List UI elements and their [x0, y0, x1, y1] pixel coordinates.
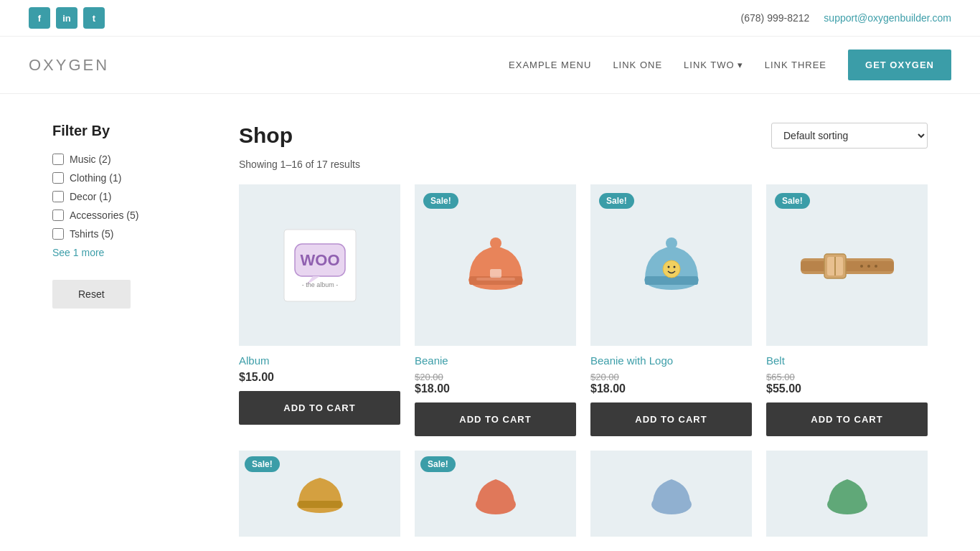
product-card-beanie: Sale! Beanie [415, 184, 576, 436]
nav-link-two-dropdown[interactable]: LINK TWO ▾ [684, 60, 743, 70]
filter-accessories-label[interactable]: Accessories (5) [70, 209, 138, 221]
product-price-album: $15.00 [239, 371, 400, 384]
top-bar: f in t (678) 999-8212 support@oxygenbuil… [0, 0, 980, 37]
cap-illustration [291, 465, 349, 522]
filter-accessories: Accessories (5) [52, 209, 210, 221]
product-card-belt: Sale! Belt [766, 184, 928, 436]
sale-badge-beanie: Sale! [423, 193, 458, 209]
svg-point-23 [875, 265, 877, 268]
product-image-bottom-2[interactable]: Sale! [415, 451, 576, 537]
product-image-beanie-logo[interactable]: Sale! [590, 184, 752, 346]
product-name-beanie-logo[interactable]: Beanie with Logo [590, 354, 752, 367]
svg-text:- the album -: - the album - [301, 281, 338, 288]
get-oxygen-button[interactable]: GET OXYGEN [848, 50, 951, 80]
shop-content: Shop Default sorting Sort by popularity … [239, 123, 928, 537]
product-card-bottom-4 [766, 451, 928, 537]
sale-badge-bottom-2: Sale! [420, 456, 456, 472]
nav-link-one[interactable]: LINK ONE [613, 60, 662, 70]
contact-info: (678) 999-8212 support@oxygenbuilder.com [741, 12, 951, 24]
svg-point-14 [673, 265, 675, 268]
product-image-bottom-1[interactable]: Sale! [239, 451, 400, 537]
album-illustration: WOO - the album - [277, 222, 363, 309]
header: OXYGEN EXAMPLE MENU LINK ONE LINK TWO ▾ … [0, 37, 980, 94]
twitter-icon[interactable]: t [83, 7, 105, 29]
phone-number: (678) 999-8212 [741, 12, 810, 24]
filter-clothing-label[interactable]: Clothing (1) [70, 172, 121, 184]
product-grid-bottom: Sale! Sale! [239, 451, 928, 537]
see-more-link[interactable]: See 1 more [52, 247, 210, 258]
svg-point-15 [666, 237, 677, 249]
sale-badge-bottom-1: Sale! [245, 456, 280, 472]
svg-rect-25 [298, 501, 341, 508]
nav-link-three[interactable]: LINK THREE [765, 60, 826, 70]
reset-button[interactable]: Reset [52, 280, 131, 309]
svg-rect-17 [801, 261, 894, 271]
svg-point-22 [867, 265, 870, 268]
filter-tshirts-label[interactable]: Tshirts (5) [70, 228, 113, 240]
product-image-album[interactable]: WOO - the album - [239, 184, 400, 346]
product-original-price-beanie: $20.00 [415, 372, 443, 382]
filter-clothing-checkbox[interactable] [52, 172, 64, 184]
svg-text:WOO: WOO [300, 251, 339, 269]
product-original-price-belt: $65.00 [766, 372, 795, 382]
instagram-icon[interactable]: in [56, 7, 77, 29]
product-sale-price-belt: $55.00 [766, 382, 801, 395]
filter-music-checkbox[interactable] [52, 154, 64, 165]
svg-point-21 [860, 265, 863, 268]
filter-music: Music (2) [52, 154, 210, 165]
svg-rect-7 [476, 278, 515, 281]
sidebar: Filter By Music (2) Clothing (1) Decor (… [52, 123, 210, 537]
beanie-logo-illustration [632, 226, 711, 305]
sale-badge-beanie-logo: Sale! [599, 193, 634, 209]
add-to-cart-beanie[interactable]: ADD TO CART [415, 402, 576, 436]
product-name-beanie[interactable]: Beanie [415, 354, 576, 367]
filter-tshirts: Tshirts (5) [52, 228, 210, 240]
svg-point-12 [663, 260, 680, 278]
email-link[interactable]: support@oxygenbuilder.com [824, 12, 951, 24]
product-name-album[interactable]: Album [239, 354, 400, 367]
product-regular-price-album: $15.00 [239, 371, 274, 383]
sort-select[interactable]: Default sorting Sort by popularity Sort … [771, 123, 928, 149]
filter-decor: Decor (1) [52, 191, 210, 202]
svg-point-9 [490, 237, 501, 249]
product-price-beanie-logo: $20.00 $18.00 [590, 371, 752, 395]
hoodie3-illustration [819, 465, 876, 522]
product-sale-price-beanie-logo: $18.00 [590, 382, 626, 395]
product-image-bottom-4[interactable] [766, 451, 928, 537]
social-icons: f in t [29, 7, 105, 29]
product-price-beanie: $20.00 $18.00 [415, 371, 576, 395]
hoodie2-illustration [643, 465, 700, 522]
belt-illustration [797, 237, 897, 294]
product-original-price-beanie-logo: $20.00 [590, 372, 619, 382]
product-card-bottom-3 [590, 451, 752, 537]
hoodie-illustration [467, 465, 524, 522]
product-card-bottom-2: Sale! [415, 451, 576, 537]
filter-decor-label[interactable]: Decor (1) [70, 191, 111, 202]
shop-header: Shop Default sorting Sort by popularity … [239, 123, 928, 149]
product-card-beanie-logo: Sale! Beanie with [590, 184, 752, 436]
nav-example-menu[interactable]: EXAMPLE MENU [509, 60, 591, 70]
chevron-down-icon: ▾ [738, 60, 743, 70]
main-nav: EXAMPLE MENU LINK ONE LINK TWO ▾ LINK TH… [509, 50, 951, 80]
product-card-bottom-1: Sale! [239, 451, 400, 537]
product-image-belt[interactable]: Sale! [766, 184, 928, 346]
filter-clothing: Clothing (1) [52, 172, 210, 184]
svg-rect-8 [490, 269, 501, 278]
filter-tshirts-checkbox[interactable] [52, 228, 64, 240]
filter-music-label[interactable]: Music (2) [70, 154, 111, 165]
filter-accessories-checkbox[interactable] [52, 209, 64, 221]
main-content: Filter By Music (2) Clothing (1) Decor (… [24, 123, 956, 537]
product-image-bottom-3[interactable] [590, 451, 752, 537]
product-image-beanie[interactable]: Sale! [415, 184, 576, 346]
svg-point-13 [667, 265, 669, 268]
product-price-belt: $65.00 $55.00 [766, 371, 928, 395]
filter-decor-checkbox[interactable] [52, 191, 64, 202]
facebook-icon[interactable]: f [29, 7, 50, 29]
add-to-cart-belt[interactable]: ADD TO CART [766, 402, 928, 436]
shop-title: Shop [239, 123, 293, 148]
add-to-cart-beanie-logo[interactable]: ADD TO CART [590, 402, 752, 436]
site-logo[interactable]: OXYGEN [29, 56, 109, 75]
add-to-cart-album[interactable]: ADD TO CART [239, 391, 400, 425]
product-name-belt[interactable]: Belt [766, 354, 928, 367]
product-sale-price-beanie: $18.00 [415, 382, 450, 395]
